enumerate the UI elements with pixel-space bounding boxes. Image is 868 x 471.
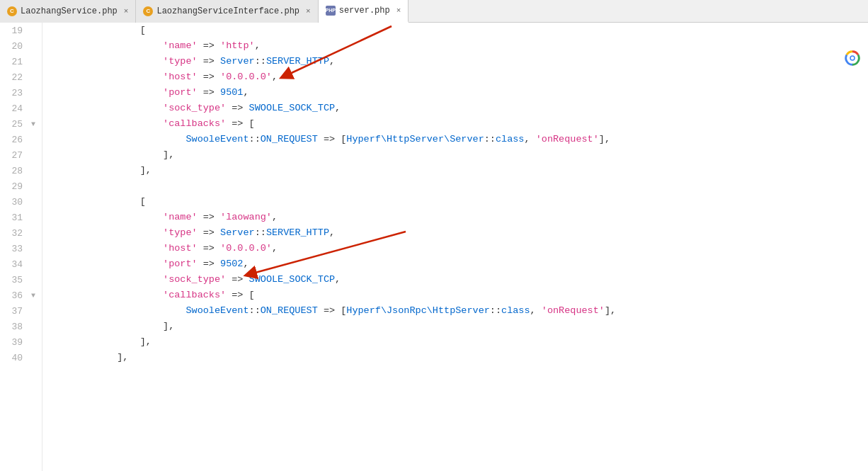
chrome-button[interactable] bbox=[843, 48, 862, 68]
fold-27 bbox=[28, 150, 38, 160]
gutter-row-21: 21 bbox=[0, 54, 42, 69]
line-num-26: 26 bbox=[0, 135, 28, 145]
gutter-row-20: 20 bbox=[0, 38, 42, 54]
php-icon-1: PHP bbox=[326, 6, 336, 16]
line-num-30: 30 bbox=[0, 197, 28, 208]
fold-33 bbox=[28, 244, 38, 254]
gutter-row-36: 36 ▼ bbox=[0, 288, 42, 303]
tab-label-3: server.php bbox=[339, 6, 390, 16]
code-line-31: 'name' => 'laowang', bbox=[48, 210, 868, 225]
line-num-33: 33 bbox=[0, 244, 28, 254]
fold-37 bbox=[28, 306, 38, 316]
code-line-23: 'port' => 9501, bbox=[48, 85, 868, 101]
fold-25[interactable]: ▼ bbox=[28, 119, 38, 129]
svg-point-4 bbox=[851, 57, 854, 59]
fold-40 bbox=[28, 353, 38, 363]
gutter-row-38: 38 bbox=[0, 319, 42, 334]
line-num-21: 21 bbox=[0, 57, 28, 67]
fold-31 bbox=[28, 212, 38, 222]
gutter-row-39: 39 bbox=[0, 334, 42, 350]
line-num-29: 29 bbox=[0, 181, 28, 192]
line-num-28: 28 bbox=[0, 166, 28, 176]
gutter-row-27: 27 bbox=[0, 147, 42, 163]
tab-bar: C LaozhangService.php × C LaozhangServic… bbox=[0, 0, 868, 23]
fold-32 bbox=[28, 228, 38, 238]
code-line-38: ], bbox=[48, 319, 868, 334]
gutter-row-19: 19 bbox=[0, 23, 42, 38]
line-num-24: 24 bbox=[0, 103, 28, 114]
gutter-row-40: 40 bbox=[0, 350, 42, 365]
code-editor[interactable]: [ 'name' => 'http', 'type' => Server::SE… bbox=[42, 23, 868, 471]
fold-20 bbox=[28, 41, 38, 51]
fold-19 bbox=[28, 25, 38, 35]
line-num-23: 23 bbox=[0, 88, 28, 98]
code-line-32: 'type' => Server::SERVER_HTTP, bbox=[48, 225, 868, 241]
fold-23 bbox=[28, 88, 38, 98]
gutter-row-34: 34 bbox=[0, 256, 42, 272]
fold-21 bbox=[28, 57, 38, 67]
line-num-20: 20 bbox=[0, 41, 28, 52]
line-num-27: 27 bbox=[0, 150, 28, 161]
line-numbers-gutter: 19 20 21 22 23 24 25 ▼ 26 bbox=[0, 23, 42, 471]
gutter-row-28: 28 bbox=[0, 163, 42, 178]
fold-35 bbox=[28, 275, 38, 285]
code-line-28: ], bbox=[48, 163, 868, 178]
code-line-33: 'host' => '0.0.0.0', bbox=[48, 241, 868, 256]
tab-laozhang-interface[interactable]: C LaozhangServiceInterface.php × bbox=[136, 0, 318, 23]
line-num-34: 34 bbox=[0, 259, 28, 270]
code-line-39: ], bbox=[48, 334, 868, 350]
fold-36[interactable]: ▼ bbox=[28, 290, 38, 300]
close-icon-1[interactable]: × bbox=[124, 7, 129, 16]
line-num-25: 25 bbox=[0, 119, 28, 130]
gutter-row-29: 29 bbox=[0, 178, 42, 194]
line-num-22: 22 bbox=[0, 72, 28, 83]
tab-label-2: LaozhangServiceInterface.php bbox=[156, 6, 299, 16]
line-num-37: 37 bbox=[0, 306, 28, 317]
code-line-22: 'host' => '0.0.0.0', bbox=[48, 69, 868, 85]
gutter-row-31: 31 bbox=[0, 210, 42, 225]
fold-34 bbox=[28, 259, 38, 269]
code-line-34: 'port' => 9502, bbox=[48, 256, 868, 272]
fold-22 bbox=[28, 72, 38, 82]
line-num-32: 32 bbox=[0, 228, 28, 239]
line-num-19: 19 bbox=[0, 25, 28, 36]
code-line-30: [ bbox=[48, 194, 868, 210]
c-icon-2: C bbox=[143, 6, 153, 16]
code-line-40: ], bbox=[48, 350, 868, 365]
code-line-26: SwooleEvent::ON_REQUEST => [Hyperf\HttpS… bbox=[48, 132, 868, 147]
fold-26 bbox=[28, 135, 38, 144]
gutter-row-35: 35 bbox=[0, 272, 42, 288]
code-line-24: 'sock_type' => SWOOLE_SOCK_TCP, bbox=[48, 101, 868, 116]
fold-28 bbox=[28, 166, 38, 176]
gutter-row-25: 25 ▼ bbox=[0, 116, 42, 132]
gutter-row-24: 24 bbox=[0, 101, 42, 116]
gutter-row-23: 23 bbox=[0, 85, 42, 101]
code-line-19: [ bbox=[48, 23, 868, 38]
tab-laozhang-service[interactable]: C LaozhangService.php × bbox=[0, 0, 136, 23]
line-num-39: 39 bbox=[0, 337, 28, 348]
editor-container: 19 20 21 22 23 24 25 ▼ 26 bbox=[0, 23, 868, 471]
line-num-40: 40 bbox=[0, 353, 28, 363]
c-icon-1: C bbox=[7, 6, 17, 16]
fold-30 bbox=[28, 197, 38, 207]
line-num-35: 35 bbox=[0, 275, 28, 285]
fold-39 bbox=[28, 337, 38, 347]
line-num-38: 38 bbox=[0, 322, 28, 332]
gutter-row-37: 37 bbox=[0, 303, 42, 319]
tab-server[interactable]: PHP server.php × bbox=[319, 0, 409, 23]
code-line-21: 'type' => Server::SERVER_HTTP, bbox=[48, 54, 868, 69]
close-icon-2[interactable]: × bbox=[306, 7, 311, 16]
code-line-36: 'callbacks' => [ bbox=[48, 288, 868, 303]
code-line-35: 'sock_type' => SWOOLE_SOCK_TCP, bbox=[48, 272, 868, 288]
gutter-row-26: 26 bbox=[0, 132, 42, 147]
gutter-row-32: 32 bbox=[0, 225, 42, 241]
gutter-row-22: 22 bbox=[0, 69, 42, 85]
code-line-20: 'name' => 'http', bbox=[48, 38, 868, 54]
code-line-37: SwooleEvent::ON_REQUEST => [Hyperf\JsonR… bbox=[48, 303, 868, 319]
line-num-31: 31 bbox=[0, 212, 28, 223]
close-icon-3[interactable]: × bbox=[396, 6, 401, 15]
fold-24 bbox=[28, 103, 38, 113]
code-line-27: ], bbox=[48, 147, 868, 163]
fold-38 bbox=[28, 322, 38, 331]
line-num-36: 36 bbox=[0, 290, 28, 301]
